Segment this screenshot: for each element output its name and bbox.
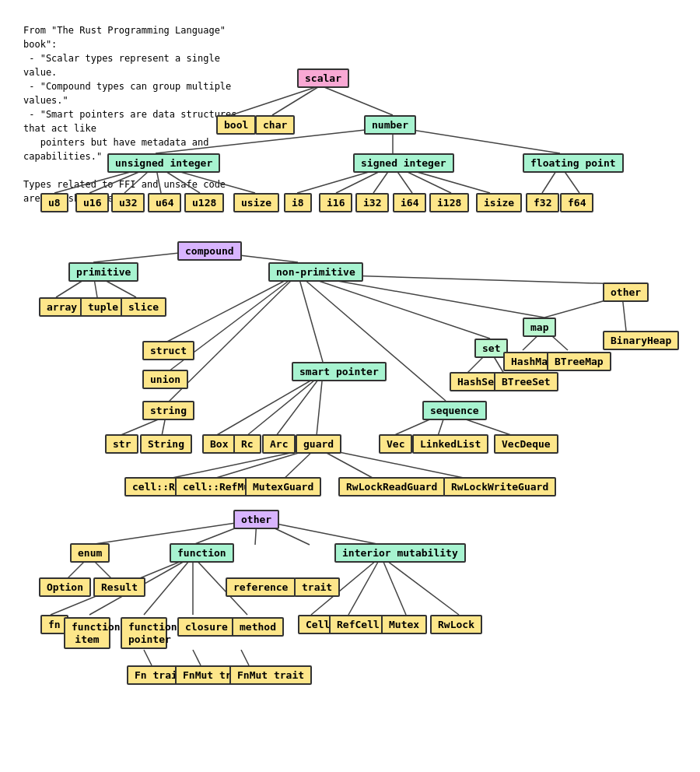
node-function-item: function item	[64, 617, 110, 649]
node-binaryheap: BinaryHeap	[603, 331, 679, 350]
node-u8: u8	[40, 193, 68, 212]
node-Vec: Vec	[379, 434, 412, 454]
node-floating-point: floating point	[523, 153, 624, 173]
node-map: map	[523, 318, 556, 337]
node-isize: isize	[476, 193, 522, 212]
node-Arc: Arc	[262, 434, 296, 454]
svg-line-62	[144, 556, 193, 615]
node-i64: i64	[393, 193, 426, 212]
svg-line-1	[272, 86, 320, 115]
node-struct: struct	[142, 341, 194, 360]
node-i128: i128	[429, 193, 469, 212]
info-text: From "The Rust Programming Language" boo…	[23, 23, 257, 205]
svg-line-40	[247, 374, 323, 436]
node-other1: other	[603, 282, 649, 302]
node-guard: guard	[296, 434, 341, 454]
node-fnmut-trait2: FnMut trait	[229, 665, 312, 685]
node-number: number	[364, 115, 416, 135]
node-signed-integer: signed integer	[353, 153, 454, 173]
node-btreeset: BTreeSet	[494, 372, 558, 391]
node-Result: Result	[93, 577, 145, 597]
node-enum: enum	[70, 543, 110, 563]
svg-line-29	[298, 274, 446, 401]
node-str: str	[105, 434, 138, 454]
node-interior-mutability: interior mutability	[334, 543, 466, 563]
node-closure: closure	[177, 617, 236, 637]
node-VecDeque: VecDeque	[494, 434, 558, 454]
node-trait: trait	[294, 577, 340, 597]
node-f64: f64	[560, 193, 593, 212]
node-LinkedList: LinkedList	[412, 434, 488, 454]
node-slice: slice	[121, 297, 166, 317]
node-i32: i32	[355, 193, 389, 212]
node-i8: i8	[284, 193, 312, 212]
svg-line-70	[381, 556, 406, 615]
node-usize: usize	[233, 193, 279, 212]
node-i16: i16	[319, 193, 352, 212]
node-function: function	[170, 543, 234, 563]
node-Option: Option	[39, 577, 91, 597]
node-bool: bool	[216, 115, 256, 135]
node-reference: reference	[226, 577, 296, 597]
node-Mutex: Mutex	[381, 615, 427, 634]
svg-line-69	[348, 556, 381, 615]
node-rwlockwriteguard: RwLockWriteGuard	[443, 477, 556, 497]
node-compound: compound	[177, 241, 242, 261]
svg-line-66	[193, 650, 201, 665]
svg-line-41	[276, 374, 323, 436]
node-RefCell: RefCell	[329, 615, 387, 634]
svg-line-53	[89, 520, 257, 545]
node-u16: u16	[75, 193, 109, 212]
svg-line-42	[317, 374, 323, 436]
node-function-pointer: function pointer	[121, 617, 167, 649]
node-unsigned-integer: unsigned integer	[107, 153, 220, 173]
node-String: String	[140, 434, 192, 454]
svg-line-28	[298, 274, 323, 362]
node-rwlockreadguard: RwLockReadGuard	[338, 477, 445, 497]
svg-line-71	[381, 556, 459, 615]
node-array: array	[39, 297, 85, 317]
svg-line-25	[166, 274, 298, 342]
svg-line-5	[393, 127, 560, 153]
node-RwLock: RwLock	[430, 615, 482, 634]
svg-line-65	[144, 650, 152, 665]
node-u64: u64	[148, 193, 181, 212]
node-btreemap: BTreeMap	[547, 352, 611, 371]
node-scalar: scalar	[297, 68, 349, 88]
node-union: union	[142, 370, 188, 389]
node-tuple: tuple	[80, 297, 126, 317]
node-u128: u128	[184, 193, 224, 212]
svg-line-30	[298, 274, 490, 339]
node-u32: u32	[111, 193, 145, 212]
node-smart-pointer: smart pointer	[292, 362, 387, 381]
node-Box: Box	[202, 434, 236, 454]
node-other2: other	[233, 510, 279, 529]
node-string: string	[142, 401, 194, 420]
node-method: method	[232, 617, 284, 637]
node-non-primitive: non-primitive	[268, 262, 363, 282]
node-sequence: sequence	[422, 401, 487, 420]
svg-line-2	[320, 86, 393, 115]
node-char: char	[255, 115, 295, 135]
svg-line-39	[215, 374, 323, 436]
node-f32: f32	[526, 193, 559, 212]
node-mutexguard: MutexGuard	[245, 477, 321, 497]
node-Rc: Rc	[233, 434, 261, 454]
svg-line-67	[241, 650, 249, 665]
node-primitive: primitive	[68, 262, 138, 282]
